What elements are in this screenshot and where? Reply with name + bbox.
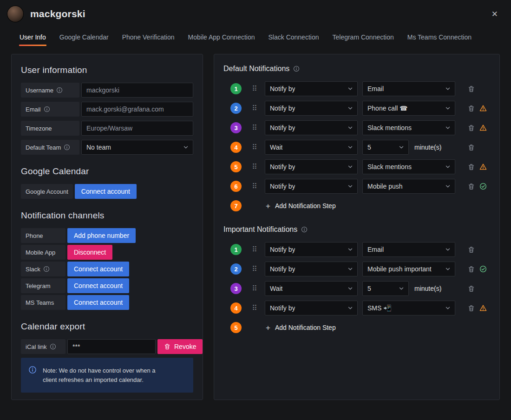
selected-value: Wait	[270, 285, 282, 292]
step-type-select[interactable]: Notify by	[265, 301, 358, 315]
default-team-select[interactable]: No team	[81, 140, 193, 155]
field-label-username: Username	[21, 83, 79, 98]
chevron-down-icon	[399, 144, 404, 150]
drag-handle-icon[interactable]: ⠿	[252, 304, 257, 312]
tab-bar: User InfoGoogle CalendarPhone Verificati…	[0, 25, 511, 46]
drag-handle-icon[interactable]: ⠿	[252, 163, 257, 171]
notify-channel-select[interactable]: Slack mentions	[362, 120, 455, 135]
tab-telegram-connection[interactable]: Telegram Connection	[332, 33, 394, 46]
timezone-row: Timezone	[21, 121, 193, 136]
field-label-text: Telegram	[26, 282, 50, 289]
chevron-down-icon	[445, 105, 451, 111]
wait-duration-select[interactable]: 5	[362, 281, 409, 296]
tab-ms-teams-connection[interactable]: Ms Teams Connection	[407, 33, 472, 46]
trash-icon[interactable]	[468, 125, 475, 131]
step-type-select[interactable]: Notify by	[265, 179, 358, 194]
tab-phone-verification[interactable]: Phone Verification	[122, 33, 175, 46]
step-type-select[interactable]: Wait	[265, 140, 358, 155]
ms-teams-action-button[interactable]: Connect account	[67, 295, 129, 310]
field-label-text: Google Account	[26, 188, 68, 195]
user-settings-modal: mackgorski ✕ User InfoGoogle CalendarPho…	[0, 0, 511, 420]
selected-value: SMS 📲	[367, 304, 392, 312]
trash-icon[interactable]	[468, 164, 475, 171]
username-input[interactable]	[81, 83, 193, 98]
info-icon	[44, 106, 50, 112]
drag-handle-icon[interactable]: ⠿	[252, 85, 257, 93]
add-notification-step-button[interactable]: +Add Notification Step	[266, 324, 336, 332]
drag-handle-icon[interactable]: ⠿	[252, 265, 257, 273]
step-type-select[interactable]: Notify by	[265, 262, 358, 276]
step-number-badge: 4	[230, 142, 242, 153]
notify-channel-select[interactable]: Email	[362, 81, 455, 96]
field-label-text: iCal link	[26, 343, 47, 350]
trash-icon[interactable]	[468, 305, 475, 312]
selected-value: Phone call ☎	[367, 105, 408, 112]
step-type-select[interactable]: Notify by	[265, 81, 358, 96]
telegram-action-button[interactable]: Connect account	[67, 278, 129, 293]
selected-value: Notify by	[270, 304, 295, 312]
notify-channel-select[interactable]: Mobile push	[362, 179, 455, 194]
drag-handle-icon[interactable]: ⠿	[252, 143, 257, 151]
phone-action-button[interactable]: Add phone number	[67, 228, 136, 243]
step-type-select[interactable]: Notify by	[265, 242, 358, 257]
step-number-badge: 6	[230, 181, 242, 192]
modal-header: mackgorski ✕	[0, 0, 511, 25]
tab-slack-connection[interactable]: Slack Connection	[268, 33, 320, 46]
notify-channel-select[interactable]: SMS 📲	[362, 301, 455, 315]
close-icon[interactable]: ✕	[491, 8, 499, 20]
trash-icon[interactable]	[468, 85, 475, 92]
slack-action-button[interactable]: Connect account	[67, 262, 129, 276]
ical-link-input[interactable]	[67, 339, 156, 354]
info-icon	[301, 226, 308, 233]
mobile-app-action-button[interactable]: Disconnect	[67, 245, 112, 260]
chevron-down-icon	[445, 247, 451, 252]
step-type-select[interactable]: Notify by	[265, 120, 358, 135]
default-notifications-heading: Default Notifications	[223, 65, 490, 73]
selected-value: Notify by	[270, 265, 295, 273]
trash-icon[interactable]	[468, 183, 475, 190]
chevron-down-icon	[183, 144, 189, 150]
step-type-select[interactable]: Notify by	[265, 101, 358, 116]
notify-channel-select[interactable]: Email	[362, 242, 455, 257]
success-icon	[479, 183, 487, 190]
notification-step-row: 6⠿Notify byMobile push	[223, 179, 490, 194]
step-type-select[interactable]: Wait	[265, 281, 358, 296]
trash-icon[interactable]	[468, 144, 475, 151]
field-label-google-account: Google Account	[21, 184, 73, 199]
drag-handle-icon[interactable]: ⠿	[252, 245, 257, 254]
drag-handle-icon[interactable]: ⠿	[252, 182, 257, 190]
chevron-down-icon	[445, 125, 451, 131]
chevron-down-icon	[347, 247, 353, 252]
tab-mobile-app-connection[interactable]: Mobile App Connection	[188, 33, 256, 46]
add-notification-step-button[interactable]: +Add Notification Step	[266, 202, 336, 210]
tab-google-calendar[interactable]: Google Calendar	[59, 33, 109, 46]
trash-icon[interactable]	[468, 105, 475, 112]
section-heading-user-information: User information	[21, 65, 193, 75]
timezone-input[interactable]	[81, 121, 193, 136]
drag-handle-icon[interactable]: ⠿	[252, 104, 257, 112]
trash-icon[interactable]	[468, 266, 475, 273]
trash-icon[interactable]	[468, 285, 475, 292]
wait-duration-select[interactable]: 5	[362, 140, 409, 155]
notify-channel-select[interactable]: Mobile push important	[362, 262, 455, 276]
info-icon	[28, 366, 37, 374]
chevron-down-icon	[347, 266, 353, 272]
duration-unit-label: minute(s)	[414, 144, 441, 151]
trash-icon[interactable]	[468, 246, 475, 253]
drag-handle-icon[interactable]: ⠿	[252, 124, 257, 132]
field-label-text: Username	[26, 87, 53, 94]
chevron-down-icon	[445, 86, 451, 92]
notify-channel-select[interactable]: Slack mentions	[362, 159, 455, 174]
notify-channel-select[interactable]: Phone call ☎	[362, 101, 455, 116]
drag-handle-icon[interactable]: ⠿	[252, 284, 257, 293]
selected-value: Email	[367, 85, 384, 92]
tab-user-info[interactable]: User Info	[19, 33, 46, 46]
chevron-down-icon	[445, 266, 451, 272]
step-type-select[interactable]: Notify by	[265, 159, 358, 174]
step-number-badge: 2	[230, 263, 242, 275]
email-input[interactable]	[81, 102, 193, 117]
connect-google-account-button[interactable]: Connect account	[75, 184, 137, 199]
default-notification-steps: 1⠿Notify byEmail2⠿Notify byPhone call ☎3…	[223, 81, 490, 213]
default-team-row: Default TeamNo team	[21, 140, 193, 155]
revoke-ical-button[interactable]: Revoke	[157, 339, 203, 354]
